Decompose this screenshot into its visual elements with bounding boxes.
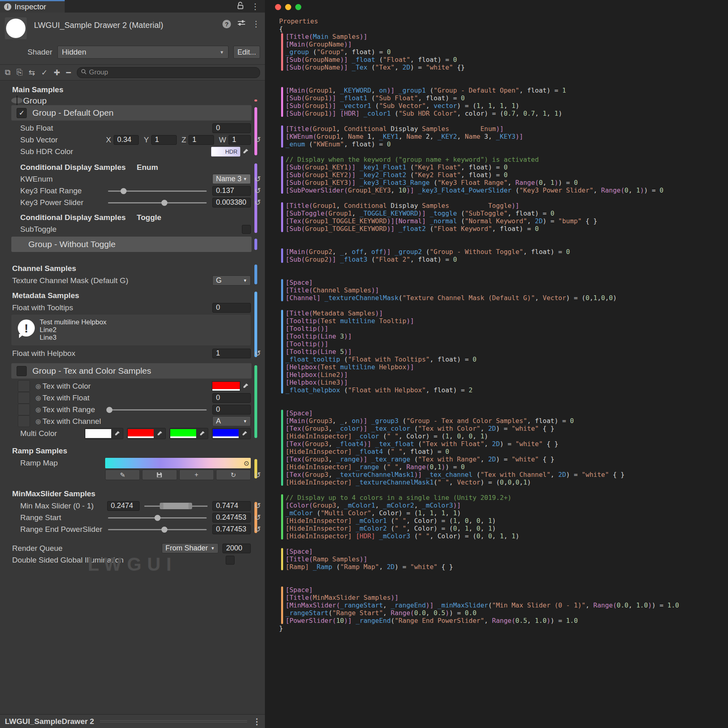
eyedropper-icon[interactable] — [197, 429, 207, 438]
presets-icon[interactable] — [237, 19, 245, 28]
tex-float-input[interactable]: 0 — [212, 393, 251, 403]
multi-color-1[interactable] — [127, 428, 166, 439]
vector-x-input[interactable]: 0.34 — [114, 135, 139, 145]
revert-icon[interactable]: ↺ — [253, 470, 262, 480]
tex-channel-dropdown[interactable]: A▼ — [212, 416, 251, 426]
texture-slot[interactable] — [18, 380, 30, 392]
ramp-save-button[interactable] — [142, 470, 177, 480]
material-footer[interactable]: LWGUI_SampleDrawer 2 ⋮ — [0, 714, 265, 728]
group-header-without-toggle[interactable]: Group - Without Toggle — [11, 237, 252, 252]
render-queue-dropdown[interactable]: From Shader▼ — [162, 543, 218, 553]
ramp-edit-button[interactable]: ✎ — [105, 470, 140, 480]
drag-handle[interactable] — [100, 720, 247, 722]
code-editor-panel: Properties{[Title(Main Samples)][Main(Gr… — [265, 0, 728, 728]
vector-y-input[interactable]: 1 — [151, 135, 177, 145]
multi-color-2[interactable] — [169, 428, 208, 439]
ramp-add-button[interactable]: + — [179, 470, 214, 480]
subtoggle-checkbox[interactable] — [242, 225, 251, 234]
section-ramp-samples: Ramp Samples — [0, 445, 265, 457]
eyedropper-icon[interactable] — [154, 429, 165, 438]
group-checkbox[interactable] — [17, 95, 17, 106]
eyedropper-icon[interactable] — [240, 147, 251, 157]
revert-icon[interactable]: ↺ — [253, 174, 262, 184]
float-tooltips-input[interactable]: 0 — [212, 303, 251, 313]
texture-slot[interactable] — [18, 404, 30, 415]
hdr-color-swatch[interactable]: HDR — [211, 147, 240, 157]
ramp-edit-icon[interactable]: ⊙ — [244, 459, 249, 467]
range-end-input[interactable]: 0.747453 — [212, 525, 251, 534]
color-swatch[interactable] — [85, 429, 111, 438]
revert-icon[interactable]: ↺ — [253, 135, 262, 144]
tab-menu-icon[interactable]: ⋮ — [251, 2, 259, 11]
exclamation-icon: ! — [18, 320, 35, 336]
search-input[interactable]: Group — [77, 67, 260, 78]
edit-button[interactable]: Edit... — [233, 46, 260, 59]
code-line: [Title(Group1, Conditional Display Sampl… — [286, 202, 679, 210]
revert-icon[interactable]: ↺ — [253, 501, 262, 510]
close-window-icon[interactable] — [275, 4, 281, 10]
ramp-gradient[interactable]: ⊙ — [105, 458, 251, 468]
material-menu-icon[interactable]: ⋮ — [252, 19, 260, 29]
eyedropper-icon[interactable] — [112, 429, 123, 438]
vector-w-input[interactable]: 1 — [229, 135, 251, 145]
key3-power-slider[interactable] — [107, 197, 207, 208]
texture-slot[interactable] — [18, 415, 30, 427]
tex-range-input[interactable]: 0 — [212, 405, 251, 415]
revert-icon[interactable]: ↺ — [253, 525, 262, 534]
code-section-bar — [281, 279, 283, 301]
multi-color-3[interactable] — [212, 428, 251, 439]
vector-z-input[interactable]: 1 — [188, 135, 214, 145]
key3-range-input[interactable]: 0.137 — [212, 186, 251, 196]
swap-icon[interactable]: ⇆ — [29, 68, 35, 77]
revert-icon[interactable]: ↺ — [253, 513, 262, 522]
help-icon[interactable]: ? — [222, 20, 231, 28]
key3-power-input[interactable]: 0.003380 — [212, 198, 251, 207]
key3-range-slider[interactable] — [107, 185, 207, 197]
paste-icon[interactable]: ⎘ — [17, 68, 23, 77]
code-blank-line — [279, 540, 679, 548]
minmax-slider[interactable] — [144, 500, 208, 512]
group-checkbox-checked[interactable]: ✓ — [17, 108, 27, 118]
eyedropper-icon[interactable] — [239, 429, 250, 438]
maximize-window-icon[interactable] — [295, 4, 301, 10]
color-swatch[interactable] — [128, 429, 154, 438]
kwenum-dropdown[interactable]: Name 3▼ — [212, 174, 251, 184]
texture-slot[interactable] — [18, 392, 30, 404]
color-swatch[interactable] — [213, 429, 239, 438]
minmax-min-input[interactable]: 0.2474 — [107, 501, 140, 511]
copy-icon[interactable]: ⧉ — [5, 68, 11, 77]
multi-color-0[interactable] — [85, 428, 123, 439]
footer-menu-icon[interactable]: ⋮ — [253, 717, 265, 726]
revert-icon[interactable]: ↺ — [253, 349, 262, 358]
revert-icon[interactable]: ↺ — [253, 186, 262, 195]
eyedropper-icon[interactable] — [240, 381, 251, 391]
collapse-all-icon[interactable]: ━ — [66, 68, 71, 77]
range-start-input[interactable]: 0.247453 — [212, 513, 251, 523]
revert-icon[interactable]: ↺ — [253, 198, 262, 207]
ramp-refresh-button[interactable]: ↻ — [216, 470, 251, 480]
tex-range-slider[interactable] — [108, 404, 207, 415]
material-preview[interactable] — [5, 17, 27, 39]
code-lines[interactable]: Properties{[Title(Main Samples)][Main(Gr… — [279, 17, 679, 632]
tab-inspector[interactable]: i Inspector — [0, 0, 65, 13]
code-line: [Space] — [286, 548, 679, 555]
tex-color-swatch[interactable] — [212, 381, 240, 391]
group-header-tex-color[interactable]: Group - Tex and Color Samples — [11, 363, 252, 379]
select-icon[interactable]: ✓ — [41, 68, 48, 77]
range-end-slider[interactable] — [107, 523, 207, 535]
group-header-default-open[interactable]: ✓ Group - Default Open — [11, 105, 252, 121]
minimize-window-icon[interactable] — [285, 4, 291, 10]
range-start-slider[interactable] — [107, 512, 207, 523]
sub-float-input[interactable]: 0 — [212, 123, 251, 133]
unlock-icon[interactable] — [237, 2, 244, 11]
expand-all-icon[interactable]: ✚ — [54, 68, 60, 77]
group-checkbox[interactable] — [17, 366, 27, 376]
shader-dropdown[interactable]: Hidden ▼ — [57, 46, 229, 59]
row-key3-power-slider: Key3 Power Slider 0.003380 ↺ — [0, 197, 265, 208]
minmax-max-input[interactable]: 0.7474 — [212, 501, 251, 511]
float-helpbox-input[interactable]: 1 — [212, 349, 251, 358]
render-queue-input[interactable]: 2000 — [222, 544, 251, 553]
channel-mask-dropdown[interactable]: G▼ — [212, 275, 251, 286]
color-swatch[interactable] — [170, 429, 196, 438]
group-header-group[interactable]: Group — [11, 97, 23, 104]
